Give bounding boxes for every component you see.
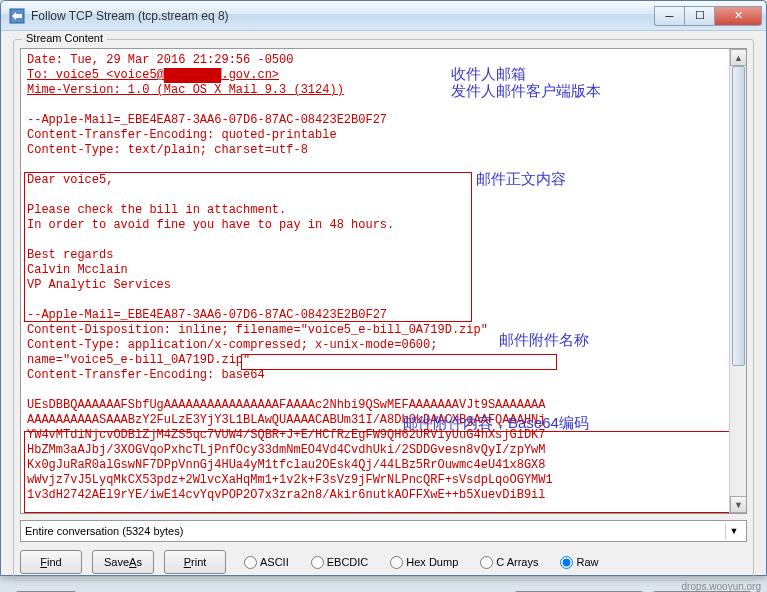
stream-content-fieldset: Stream Content Date: Tue, 29 Mar 2016 21… xyxy=(13,39,754,581)
radio-ebcdic[interactable]: EBCDIC xyxy=(311,556,369,569)
radio-ascii[interactable]: ASCII xyxy=(244,556,289,569)
window-title: Follow TCP Stream (tcp.stream eq 8) xyxy=(31,9,654,23)
format-radios: ASCII EBCDIC Hex Dump C Arrays Raw xyxy=(244,556,598,569)
minimize-button[interactable]: ─ xyxy=(654,6,684,26)
chevron-down-icon: ▼ xyxy=(725,523,742,539)
dialog-window: Follow TCP Stream (tcp.stream eq 8) ─ ☐ … xyxy=(0,0,767,576)
conversation-dropdown[interactable]: Entire conversation (5324 bytes) ▼ xyxy=(20,520,747,542)
app-icon xyxy=(9,8,25,24)
fieldset-label: Stream Content xyxy=(22,32,107,44)
conversation-row: Entire conversation (5324 bytes) ▼ xyxy=(20,520,747,542)
scroll-down-button[interactable]: ▼ xyxy=(730,496,747,513)
stream-text: Date: Tue, 29 Mar 2016 21:29:56 -0500 To… xyxy=(21,49,746,507)
content-area: Stream Content Date: Tue, 29 Mar 2016 21… xyxy=(1,31,766,592)
radio-carrays[interactable]: C Arrays xyxy=(480,556,538,569)
maximize-button[interactable]: ☐ xyxy=(684,6,714,26)
print-button[interactable]: Print xyxy=(164,550,226,574)
stream-textbox[interactable]: Date: Tue, 29 Mar 2016 21:29:56 -0500 To… xyxy=(20,48,747,514)
scroll-thumb[interactable] xyxy=(732,66,745,366)
close-window-button[interactable]: ✕ xyxy=(714,6,762,26)
vertical-scrollbar[interactable]: ▲ ▼ xyxy=(729,49,746,513)
radio-hexdump[interactable]: Hex Dump xyxy=(390,556,458,569)
scroll-up-button[interactable]: ▲ xyxy=(730,49,747,66)
save-as-button[interactable]: Save As xyxy=(92,550,154,574)
titlebar[interactable]: Follow TCP Stream (tcp.stream eq 8) ─ ☐ … xyxy=(1,1,766,31)
radio-raw[interactable]: Raw xyxy=(560,556,598,569)
watermark: drops.wooyun.org xyxy=(682,581,762,592)
window-controls: ─ ☐ ✕ xyxy=(654,6,762,26)
toolbar-row: Find Save As Print ASCII EBCDIC Hex Dump… xyxy=(20,550,747,574)
find-button[interactable]: Find xyxy=(20,550,82,574)
dropdown-selected: Entire conversation (5324 bytes) xyxy=(25,525,183,537)
